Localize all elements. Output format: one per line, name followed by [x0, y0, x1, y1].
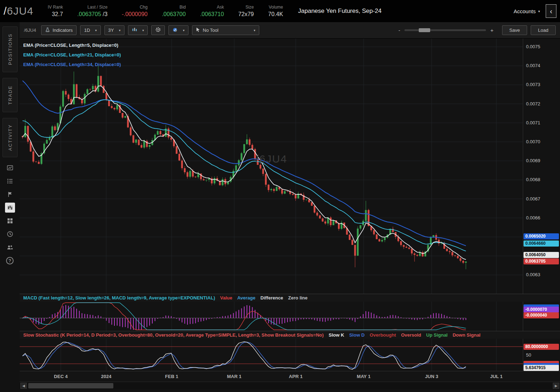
chevron-down-icon: ▾ [183, 29, 185, 32]
chart-toolbar: /6JU4 Indicators 1D ▾ 3Y ▾ ▾ [20, 22, 560, 39]
quotes-icon[interactable] [5, 163, 15, 173]
stoch-chart[interactable] [20, 339, 523, 371]
zoom-control: - + [398, 27, 493, 33]
range-dropdown[interactable]: 3Y ▾ [104, 25, 124, 35]
scroll-left-button[interactable]: ◀ [20, 383, 27, 389]
accounts-dropdown[interactable]: Accounts ▾ [514, 8, 540, 14]
time-axis-label: MAY 1 [357, 374, 370, 379]
stoch-axis[interactable]: 80.00000005.634791550 [523, 339, 560, 371]
zoom-out-button[interactable]: - [398, 27, 400, 33]
time-axis[interactable]: DEC 42024FEB 1MAR 1APR 1MAY 1JUN 3JUL 1 [20, 371, 560, 382]
timeframe-dropdown[interactable]: 1D ▾ [80, 25, 100, 35]
ema-21-line [23, 100, 466, 251]
scroll-right-button[interactable]: ▶ [553, 383, 559, 389]
macd-value-bubble: -0.0000040 [524, 312, 559, 318]
zoom-slider-handle[interactable] [419, 28, 430, 32]
legend-item: Zero line [288, 295, 308, 301]
trading-app-window: /6JU4 IV Rank32.7Last / Size.0063705 /3C… [0, 0, 560, 392]
legend-item: Value [220, 295, 232, 301]
quote-header: /6JU4 IV Rank32.7Last / Size.0063705 /3C… [0, 0, 560, 22]
community-people-icon[interactable] [5, 242, 15, 252]
indicators-button[interactable]: Indicators [41, 25, 77, 35]
legend-item: Slow K [329, 332, 344, 338]
price-tick: 0.0074 [526, 63, 540, 68]
quote-field-size: Size72x79 [238, 5, 254, 18]
study-title[interactable]: Slow Stochastic (K Period=14, D Period=3… [23, 332, 324, 338]
price-bubble: 0.0064050 [524, 252, 559, 258]
legend-item: Oversold [401, 332, 421, 338]
ema-label-2[interactable]: EMA (Price=CLOSE, Length=34, Displace=0) [23, 60, 121, 69]
time-axis-label: DEC 4 [54, 374, 68, 379]
quote-field-chg: Chg-.0000090 [122, 5, 148, 18]
charts-icon-active[interactable] [5, 203, 15, 213]
zoom-slider[interactable] [404, 29, 486, 31]
chevron-down-icon: ▾ [142, 29, 144, 32]
price-axis[interactable]: 0.00750.00740.00730.00720.00710.00700.00… [523, 39, 560, 294]
chart-scrollbar[interactable]: ◀ ▶ [20, 382, 560, 389]
save-button[interactable]: Save [502, 25, 527, 35]
chart-symbol-label: /6JU4 [24, 28, 36, 33]
legend-item: Up Signal [426, 332, 448, 338]
gear-icon [155, 27, 161, 34]
stoch-study-header: Slow Stochastic (K Period=14, D Period=3… [20, 331, 560, 339]
active-tool-dropdown[interactable]: No Tool ▾ [192, 25, 259, 35]
chevron-down-icon: ▾ [254, 29, 255, 32]
price-tick: 0.0067 [526, 196, 540, 202]
chevron-down-icon: ▾ [95, 29, 97, 32]
help-icon[interactable]: ? [5, 255, 15, 266]
ema-label-0[interactable]: EMA (Price=CLOSE, Length=5, Displace=0) [23, 40, 121, 50]
stoch-pane: 80.00000005.634791550 [20, 339, 560, 371]
sidebar-tab-activity[interactable]: ACTIVITY [3, 118, 18, 157]
candlestick-chart-icon [132, 27, 137, 33]
price-tick: 0.0068 [526, 177, 540, 182]
chart-type-dropdown[interactable]: ▾ [128, 25, 148, 35]
legend-item: Slow D [349, 332, 364, 338]
chevron-left-icon: ‹ [550, 7, 552, 15]
chart-stack: /6JU4 EMA (Price=CLOSE, Length=5, Displa… [20, 39, 560, 392]
price-tick: 0.0063 [526, 272, 540, 277]
price-bubble: 0.0063705 [524, 258, 559, 264]
legend-item: Overbought [370, 332, 396, 338]
apps-grid-icon[interactable] [5, 216, 15, 226]
zoom-in-button[interactable]: + [490, 27, 493, 33]
price-chart[interactable]: /6JU4 EMA (Price=CLOSE, Length=5, Displa… [20, 39, 523, 294]
sidebar-tab-positions[interactable]: POSITIONS [3, 26, 18, 72]
macd-plot [20, 302, 523, 331]
quote-field-last-size: Last / Size.0063705 /3 [77, 5, 108, 18]
macd-value-bubble: -0.0000070 [524, 307, 559, 313]
sidebar-tab-trade[interactable]: TRADE [3, 78, 18, 112]
time-axis-label: FEB 1 [165, 374, 178, 379]
macd-study-header: MACD (Fast length=12, Slow length=26, MA… [20, 294, 560, 302]
stoch-mid-tick: 50 [526, 352, 531, 358]
load-button[interactable]: Load [531, 25, 556, 35]
drawing-set-dropdown[interactable]: ▾ [168, 25, 188, 35]
price-bubble: 0.0064660 [524, 240, 559, 247]
contract-title: Japanese Yen Futures, Sep-24 [298, 8, 382, 15]
legend-item: Down Signal [453, 332, 481, 338]
chart-settings-button[interactable] [151, 25, 165, 35]
watchlist-icon[interactable] [5, 176, 15, 186]
time-axis-label: 2024 [101, 374, 112, 379]
macd-axis[interactable]: -0.0000070-0.0000040 [523, 302, 560, 331]
scrollbar-thumb[interactable] [28, 383, 113, 388]
price-tick: 0.0071 [526, 120, 540, 125]
price-tick: 0.0072 [526, 101, 540, 106]
macd-histogram [22, 305, 466, 330]
history-clock-icon[interactable] [5, 229, 15, 239]
macd-chart[interactable] [20, 302, 523, 331]
left-sidebar: POSITIONS TRADE ACTIVITY [0, 22, 20, 392]
study-title[interactable]: MACD (Fast length=12, Slow length=26, MA… [23, 295, 215, 301]
price-tick: 0.0073 [526, 82, 540, 87]
legend-item: Average [237, 295, 255, 301]
time-axis-label: JUL 1 [490, 374, 502, 379]
stoch-value-bubble: 80.0000000 [524, 344, 559, 350]
alerts-flag-icon[interactable] [5, 189, 15, 199]
collapse-panel-button[interactable]: ‹ [546, 4, 556, 18]
stoch-value-bubble: 5.6347915 [524, 365, 559, 371]
ema-label-1[interactable]: EMA (Price=CLOSE, Length=21, Displace=0) [23, 50, 121, 60]
slow-k-line [23, 342, 466, 369]
quote-field-bid: Bid.0063700 [162, 5, 186, 18]
time-axis-label: JUN 3 [425, 374, 438, 379]
chevron-down-icon: ▾ [538, 9, 540, 13]
quote-field-iv-rank: IV Rank32.7 [48, 5, 63, 18]
